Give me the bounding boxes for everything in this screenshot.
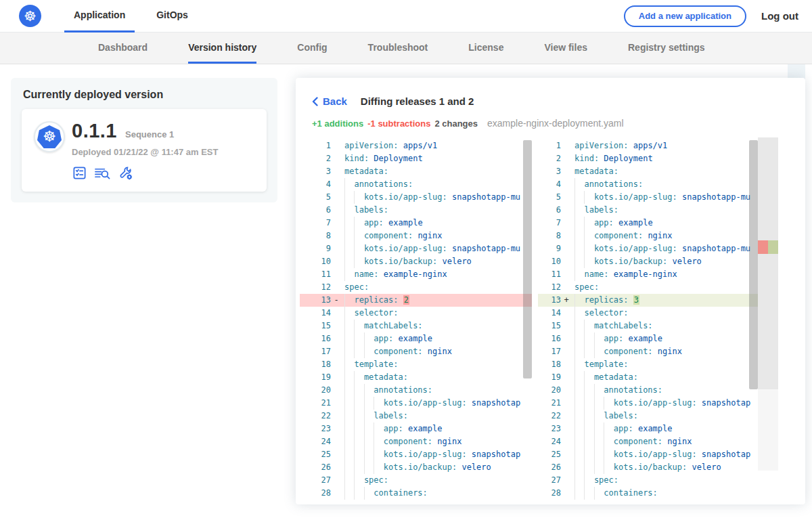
indent-guide bbox=[574, 410, 575, 422]
indent-guide bbox=[364, 397, 365, 410]
tab-version-history[interactable]: Version history bbox=[188, 32, 256, 64]
line-number: 5 bbox=[300, 191, 331, 204]
indent-guide bbox=[574, 320, 575, 332]
indent-guide bbox=[584, 474, 585, 487]
view-logs-icon[interactable] bbox=[93, 165, 112, 181]
code-line: 3metadata: bbox=[300, 165, 532, 178]
code-cell: name: example-nginx bbox=[572, 268, 758, 281]
indent-guide bbox=[344, 320, 345, 332]
code-line: 25kots.io/app-slug: snapshotap bbox=[538, 448, 758, 461]
line-number: 28 bbox=[538, 487, 561, 500]
indent-guide bbox=[604, 422, 604, 435]
diff-editor: 1apiVersion: apps/v12kind: Deployment3me… bbox=[300, 137, 805, 501]
tab-license[interactable]: License bbox=[468, 32, 503, 64]
back-link[interactable]: Back bbox=[312, 95, 347, 107]
code-cell: app: example bbox=[342, 217, 532, 230]
currently-deployed-card: Currently deployed version ☸ 0.1.1 Seque… bbox=[11, 78, 277, 202]
diff-filename: example-nginx-deployment.yaml bbox=[487, 118, 624, 129]
indent-guide bbox=[354, 448, 355, 461]
code-cell: kots.io/app-slug: snapshotapp-mu bbox=[572, 242, 758, 255]
indent-guide bbox=[354, 435, 355, 448]
code-line: 19metadata: bbox=[300, 371, 532, 384]
tab-application[interactable]: Application bbox=[64, 0, 135, 32]
line-number: 24 bbox=[538, 435, 561, 448]
indent-guide bbox=[374, 435, 374, 448]
tab-gitops[interactable]: GitOps bbox=[147, 0, 198, 32]
indent-guide bbox=[364, 345, 365, 358]
tab-troubleshoot[interactable]: Troubleshoot bbox=[368, 32, 428, 64]
code-cell: labels: bbox=[572, 410, 758, 422]
code-cell: app: example bbox=[572, 217, 758, 230]
indent-guide bbox=[344, 191, 345, 204]
diff-marker bbox=[561, 217, 572, 230]
indent-guide bbox=[574, 307, 575, 320]
code-line: 13-replicas: 2 bbox=[300, 294, 532, 307]
code-cell: component: nginx bbox=[572, 230, 758, 242]
diff-marker bbox=[331, 139, 342, 152]
indent-guide bbox=[594, 422, 595, 435]
diff-marker bbox=[561, 410, 572, 422]
diff-marker bbox=[561, 191, 572, 204]
add-new-application-button[interactable]: Add a new application bbox=[624, 5, 746, 27]
kubernetes-wheel-icon: ☸ bbox=[43, 129, 56, 144]
code-cell: selector: bbox=[342, 307, 532, 320]
indent-guide bbox=[574, 474, 575, 487]
code-line: 9kots.io/app-slug: snapshotapp-mu bbox=[300, 242, 532, 255]
indent-guide bbox=[574, 178, 575, 191]
code-cell: containers: bbox=[342, 487, 532, 500]
line-number: 19 bbox=[300, 371, 331, 384]
indent-guide bbox=[584, 255, 585, 268]
code-cell: metadata: bbox=[572, 371, 758, 384]
overview-ruler[interactable] bbox=[758, 137, 778, 389]
code-cell: annotations: bbox=[342, 178, 532, 191]
code-cell: metadata: bbox=[572, 165, 758, 178]
indent-guide bbox=[364, 448, 365, 461]
line-number: 1 bbox=[538, 139, 561, 152]
logout-link[interactable]: Log out bbox=[761, 10, 801, 22]
tab-config[interactable]: Config bbox=[297, 32, 327, 64]
indent-guide bbox=[344, 230, 345, 242]
indent-guide bbox=[574, 371, 575, 384]
tab-registry-settings[interactable]: Registry settings bbox=[628, 32, 705, 64]
diff-marker bbox=[561, 435, 572, 448]
code-line: 2kind: Deployment bbox=[300, 152, 532, 165]
code-line: 8component: nginx bbox=[300, 230, 532, 242]
line-number: 5 bbox=[538, 191, 561, 204]
diff-marker bbox=[561, 371, 572, 384]
line-number: 3 bbox=[538, 165, 561, 178]
line-number: 20 bbox=[538, 384, 561, 397]
app-sub-nav: Dashboard Version history Config Trouble… bbox=[0, 32, 812, 64]
indent-guide bbox=[344, 294, 345, 307]
preflight-checklist-icon[interactable] bbox=[72, 165, 87, 181]
tab-dashboard[interactable]: Dashboard bbox=[98, 32, 148, 64]
edit-config-icon[interactable] bbox=[118, 165, 134, 181]
indent-guide bbox=[354, 474, 355, 487]
code-cell: app: example bbox=[572, 422, 758, 435]
diff-marker: + bbox=[561, 294, 572, 307]
tab-view-files[interactable]: View files bbox=[544, 32, 587, 64]
line-number: 8 bbox=[538, 230, 561, 242]
code-line: 10kots.io/backup: velero bbox=[300, 255, 532, 268]
indent-guide bbox=[604, 397, 604, 410]
modified-scrollbar[interactable] bbox=[749, 140, 758, 389]
code-cell: component: nginx bbox=[572, 435, 758, 448]
code-line: 14selector: bbox=[300, 307, 532, 320]
diff-marker bbox=[331, 345, 342, 358]
version-number: 0.1.1 bbox=[72, 120, 117, 142]
code-cell: annotations: bbox=[342, 384, 532, 397]
indent-guide bbox=[594, 461, 595, 474]
diff-marker bbox=[331, 152, 342, 165]
ruler-removed-marker bbox=[758, 240, 768, 254]
line-number: 23 bbox=[300, 422, 331, 435]
diff-marker bbox=[561, 332, 572, 345]
indent-guide bbox=[584, 384, 585, 397]
code-line: 17component: nginx bbox=[300, 345, 532, 358]
diff-marker bbox=[561, 461, 572, 474]
line-number: 17 bbox=[538, 345, 561, 358]
original-scrollbar[interactable] bbox=[523, 140, 532, 378]
indent-guide bbox=[344, 178, 345, 191]
diff-marker bbox=[561, 281, 572, 294]
code-line: 12spec: bbox=[300, 281, 532, 294]
diff-pane-modified: 1apiVersion: apps/v12kind: Deployment3me… bbox=[538, 137, 778, 501]
kubernetes-logo[interactable]: ☸ bbox=[19, 5, 41, 27]
